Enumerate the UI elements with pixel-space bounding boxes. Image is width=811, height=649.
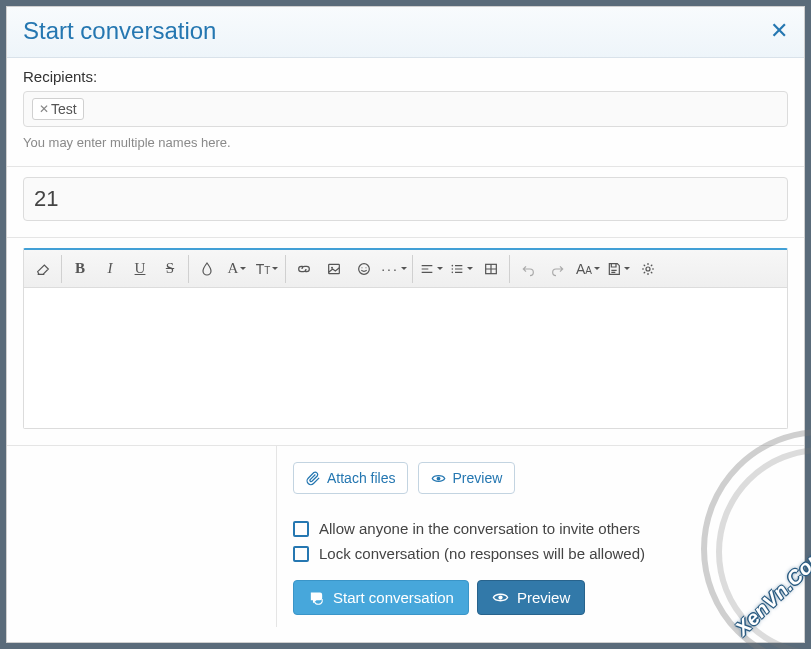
ink-icon[interactable] <box>192 254 222 284</box>
action-bar: Start conversation Preview <box>293 580 788 615</box>
footer: Attach files Preview Allow anyone in the… <box>7 446 804 627</box>
title-section <box>7 167 804 238</box>
underline-icon[interactable]: U <box>125 254 155 284</box>
toolbar-separator <box>509 255 510 283</box>
modal-title: Start conversation <box>23 17 216 45</box>
preview-button-small[interactable]: Preview <box>418 462 515 494</box>
allow-invite-row[interactable]: Allow anyone in the conversation to invi… <box>293 520 788 537</box>
font-size-icon[interactable]: TT <box>252 254 282 284</box>
toolbar-separator <box>61 255 62 283</box>
title-input[interactable] <box>23 177 788 221</box>
toolbar-separator <box>285 255 286 283</box>
more-icon[interactable]: ··· <box>379 254 409 284</box>
redo-icon[interactable] <box>543 254 573 284</box>
svg-point-6 <box>452 268 454 270</box>
start-conversation-label: Start conversation <box>333 589 454 606</box>
editor-textarea[interactable] <box>24 288 787 428</box>
attachment-row: Attach files Preview <box>293 462 788 494</box>
toolbar-separator <box>188 255 189 283</box>
preview-button[interactable]: Preview <box>477 580 585 615</box>
text-style-icon[interactable]: AA <box>573 254 603 284</box>
list-icon[interactable] <box>446 254 476 284</box>
svg-point-2 <box>359 263 370 274</box>
font-family-icon[interactable]: A <box>222 254 252 284</box>
undo-icon[interactable] <box>513 254 543 284</box>
editor-section: B I U S A TT ··· AA <box>7 238 804 446</box>
start-conversation-button[interactable]: Start conversation <box>293 580 469 615</box>
svg-point-5 <box>452 264 454 266</box>
preview-label-small: Preview <box>452 470 502 486</box>
recipient-token[interactable]: ✕ Test <box>32 98 84 120</box>
italic-icon[interactable]: I <box>95 254 125 284</box>
strikethrough-icon[interactable]: S <box>155 254 185 284</box>
recipient-token-label: Test <box>51 101 77 117</box>
lock-conversation-checkbox[interactable] <box>293 546 309 562</box>
align-icon[interactable] <box>416 254 446 284</box>
bold-icon[interactable]: B <box>65 254 95 284</box>
svg-point-4 <box>365 267 366 268</box>
toolbar-separator <box>412 255 413 283</box>
recipients-input[interactable]: ✕ Test <box>23 91 788 127</box>
recipients-section: Recipients: ✕ Test You may enter multipl… <box>7 58 804 167</box>
modal-header: Start conversation ✕ <box>7 7 804 58</box>
attach-files-button[interactable]: Attach files <box>293 462 408 494</box>
link-icon[interactable] <box>289 254 319 284</box>
footer-content: Attach files Preview Allow anyone in the… <box>277 446 804 627</box>
svg-point-10 <box>437 476 441 480</box>
eraser-icon[interactable] <box>28 254 58 284</box>
lock-conversation-row[interactable]: Lock conversation (no responses will be … <box>293 545 788 562</box>
emoji-icon[interactable] <box>349 254 379 284</box>
svg-point-9 <box>646 267 650 271</box>
editor-toolbar: B I U S A TT ··· AA <box>24 250 787 288</box>
lock-conversation-label: Lock conversation (no responses will be … <box>319 545 645 562</box>
recipients-hint: You may enter multiple names here. <box>23 135 788 150</box>
paperclip-icon <box>306 471 321 486</box>
footer-spacer <box>7 446 277 627</box>
eye-icon <box>492 589 509 606</box>
svg-point-11 <box>498 595 502 599</box>
editor: B I U S A TT ··· AA <box>23 248 788 429</box>
save-draft-icon[interactable] <box>603 254 633 284</box>
remove-token-icon[interactable]: ✕ <box>39 102 49 116</box>
close-icon[interactable]: ✕ <box>770 18 788 44</box>
allow-invite-checkbox[interactable] <box>293 521 309 537</box>
attach-files-label: Attach files <box>327 470 395 486</box>
recipients-label: Recipients: <box>23 68 788 85</box>
svg-point-3 <box>361 267 362 268</box>
preview-label: Preview <box>517 589 570 606</box>
allow-invite-label: Allow anyone in the conversation to invi… <box>319 520 640 537</box>
eye-icon <box>431 471 446 486</box>
chat-icon <box>308 589 325 606</box>
image-icon[interactable] <box>319 254 349 284</box>
gear-icon[interactable] <box>633 254 663 284</box>
svg-point-7 <box>452 271 454 273</box>
table-icon[interactable] <box>476 254 506 284</box>
start-conversation-modal: Start conversation ✕ Recipients: ✕ Test … <box>6 6 805 643</box>
